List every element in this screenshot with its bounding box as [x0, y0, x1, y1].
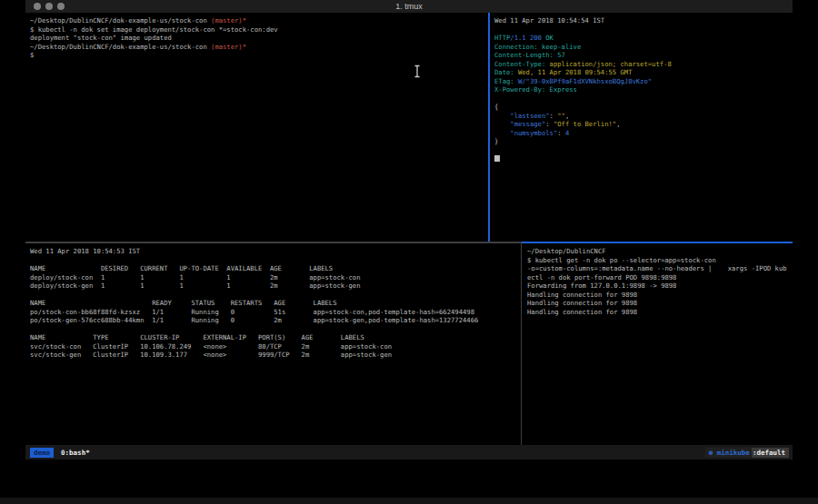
terminal-line: NAME TYPE CLUSTER-IP EXTERNAL-IP PORT(S)…	[30, 333, 516, 342]
terminal-text-segment: keep-alive	[538, 43, 582, 51]
terminal-line	[30, 325, 516, 334]
terminal-text-segment: "lastseen"	[494, 112, 550, 120]
screenshot-root: 1. tmux ~/Desktop/DublinCNCF/dok-example…	[0, 0, 818, 504]
kube-context-name: minikube	[717, 449, 750, 457]
terminal-text-segment: Date:	[494, 68, 514, 76]
terminal-text-segment: HTTP	[494, 34, 510, 42]
terminal-line: ETag: W/"39-0xBPf9aF1dXVNkhsxoBQgJ8vKzo"	[494, 77, 788, 86]
terminal-line: svc/stock-gen ClusterIP 10.109.3.177 <no…	[30, 351, 516, 360]
terminal-text-segment: ETag:	[494, 77, 514, 85]
terminal-line: Wed 11 Apr 2018 10:54:54 IST	[494, 16, 788, 25]
tmux-pane-top-right-http-response[interactable]: Wed 11 Apr 2018 10:54:54 IST HTTP/1.1 20…	[490, 13, 793, 242]
terminal-line: ~/Desktop/DublinCNCF	[527, 247, 788, 256]
tmux-pane-bottom-right-port-forward[interactable]: ~/Desktop/DublinCNCF$ kubectl get -n dok…	[523, 243, 793, 445]
terminal-line: Connection: keep-alive	[494, 43, 788, 52]
terminal-line	[494, 94, 788, 104]
terminal-text-segment: "message"	[494, 120, 545, 128]
terminal-text-segment: deploy/stock-gen 1 1 1 1 2m app=stock-ge…	[30, 282, 361, 290]
terminal-line	[30, 256, 516, 265]
terminal-text-segment: NAME DESIRED CURRENT UP-TO-DATE AVAILABL…	[30, 264, 333, 272]
window-titlebar[interactable]: 1. tmux	[25, 0, 793, 13]
terminal-line: svc/stock-con ClusterIP 10.106.78.249 <n…	[30, 342, 516, 351]
terminal-line: "numsymbols": 4	[494, 129, 788, 138]
terminal-line: -o=custom-columns=:metadata.name --no-he…	[527, 264, 788, 273]
terminal-text-segment: Content-Type:	[494, 60, 545, 68]
terminal-text-segment: Handling connection for 9898	[527, 299, 637, 307]
terminal-text-segment: svc/stock-con ClusterIP 10.106.78.249 <n…	[30, 342, 392, 351]
tmux-pane-top-left-shell[interactable]: ~/Desktop/DublinCNCF/dok-example-us/stoc…	[25, 13, 488, 242]
terminal-line	[494, 25, 788, 35]
terminal-text-segment: "numsymbols"	[494, 129, 557, 137]
terminal-window: 1. tmux ~/Desktop/DublinCNCF/dok-example…	[25, 0, 793, 460]
terminal-text-segment: (master)*	[211, 43, 246, 51]
terminal-text-segment: ""	[557, 112, 565, 120]
terminal-text-segment: Connection:	[494, 43, 538, 51]
terminal-line: deploy/stock-con 1 1 1 1 2m app=stock-co…	[30, 273, 516, 282]
terminal-text-segment: Wed 11 Apr 2018 10:54:54 IST	[494, 16, 604, 25]
terminal-line: ~/Desktop/DublinCNCF/dok-example-us/stoc…	[30, 16, 484, 25]
terminal-text-segment: "Off to Berlin!"	[554, 120, 616, 128]
terminal-line: Handling connection for 9898	[527, 308, 788, 317]
terminal-line: Handling connection for 9898	[527, 299, 788, 308]
terminal-text-segment: {	[494, 103, 498, 111]
terminal-text-segment: $ kubectl get -n dok po --selector=app=s…	[527, 256, 716, 264]
status-window-item[interactable]: 0:bash*	[61, 449, 90, 457]
tmux-status-bar: demo 0:bash* ⊛ minikube :default	[25, 445, 793, 460]
terminal-text-segment: Wed 11 Apr 2018 10:54:53 IST	[30, 247, 140, 255]
terminal-line: }	[494, 137, 788, 146]
terminal-text-segment: :	[545, 120, 554, 128]
terminal-line: "message": "Off to Berlin!",	[494, 120, 788, 129]
session-name-badge[interactable]: demo	[30, 448, 54, 458]
terminal-line: NAME READY STATUS RESTARTS AGE LABELS	[30, 299, 516, 308]
terminal-text-segment: po/stock-gen-576cc688bb-44kmn 1/1 Runnin…	[30, 316, 478, 324]
terminal-text-segment: /1.1 200	[510, 34, 545, 42]
terminal-text-segment: Wed, 11 Apr 2018 09:54:55 GMT	[514, 68, 633, 76]
terminal-line	[494, 154, 788, 163]
terminal-text-segment: Content-Length:	[494, 51, 554, 59]
terminal-line	[494, 146, 788, 155]
tmux-pane-bottom-left-kubectl-get[interactable]: Wed 11 Apr 2018 10:54:53 IST NAME DESIRE…	[25, 243, 521, 445]
terminal-text-segment: OK	[545, 34, 554, 42]
terminal-line: po/stock-con-bb68f88fd-kzsxz 1/1 Running…	[30, 308, 516, 317]
terminal-text-segment: svc/stock-gen ClusterIP 10.109.3.177 <no…	[30, 351, 392, 359]
terminal-text-segment: Handling connection for 9898	[527, 308, 637, 316]
terminal-text-segment: (master)*	[211, 16, 246, 25]
terminal-line: HTTP/1.1 200 OK	[494, 34, 788, 43]
terminal-text-segment: po/stock-con-bb68f88fd-kzsxz 1/1 Running…	[30, 308, 474, 316]
terminal-text-segment: application/json; charset=utf-8	[545, 60, 671, 68]
terminal-text-segment: ~/Desktop/DublinCNCF/dok-example-us/stoc…	[30, 16, 211, 25]
terminal-line: $ kubectl get -n dok po --selector=app=s…	[527, 256, 788, 265]
terminal-text-segment: deployment "stock-con" image updated	[30, 34, 172, 42]
terminal-line: deployment "stock-con" image updated	[30, 34, 484, 43]
terminal-text-segment: ,	[565, 112, 569, 120]
terminal-text-segment: ,	[616, 120, 620, 128]
terminal-line: ectl -n dok port-forward POD 9898:9898	[527, 273, 788, 282]
terminal-line: X-Powered-By: Express	[494, 85, 788, 94]
terminal-text-segment: deploy/stock-con 1 1 1 1 2m app=stock-co…	[30, 273, 361, 282]
terminal-line: Date: Wed, 11 Apr 2018 09:54:55 GMT	[494, 68, 788, 77]
terminal-text-segment: $ kubectl -n dok set image deployment/st…	[30, 25, 278, 34]
window-title: 1. tmux	[25, 2, 793, 11]
kube-context-label: ⊛ minikube	[705, 448, 752, 458]
terminal-text-segment: :	[557, 129, 565, 137]
terminal-text-segment: ~/Desktop/DublinCNCF/dok-example-us/stoc…	[30, 43, 211, 51]
block-cursor	[494, 155, 500, 162]
terminal-line: deploy/stock-gen 1 1 1 1 2m app=stock-ge…	[30, 282, 516, 291]
terminal-line: $ kubectl -n dok set image deployment/st…	[30, 25, 484, 35]
terminal-text-segment: :	[550, 112, 558, 120]
terminal-line: Handling connection for 9898	[527, 291, 788, 300]
terminal-line: {	[494, 103, 788, 112]
pane-divider-vertical-bottom[interactable]	[521, 243, 522, 445]
terminal-line: $	[30, 51, 484, 60]
terminal-text-segment: NAME TYPE CLUSTER-IP EXTERNAL-IP PORT(S)…	[30, 333, 364, 341]
terminal-line: ~/Desktop/DublinCNCF/dok-example-us/stoc…	[30, 43, 484, 52]
tmux-client-area: ~/Desktop/DublinCNCF/dok-example-us/stoc…	[25, 13, 793, 445]
terminal-line: Content-Length: 57	[494, 51, 788, 60]
ibeam-mouse-pointer-icon	[414, 64, 421, 78]
terminal-line: Wed 11 Apr 2018 10:54:53 IST	[30, 247, 516, 256]
terminal-text-segment: $	[30, 51, 34, 59]
terminal-text-segment: -o=custom-columns=:metadata.name --no-he…	[527, 264, 787, 272]
terminal-text-segment: }	[494, 137, 498, 145]
page-bottom-strip	[0, 498, 818, 504]
terminal-line: po/stock-gen-576cc688bb-44kmn 1/1 Runnin…	[30, 316, 516, 325]
